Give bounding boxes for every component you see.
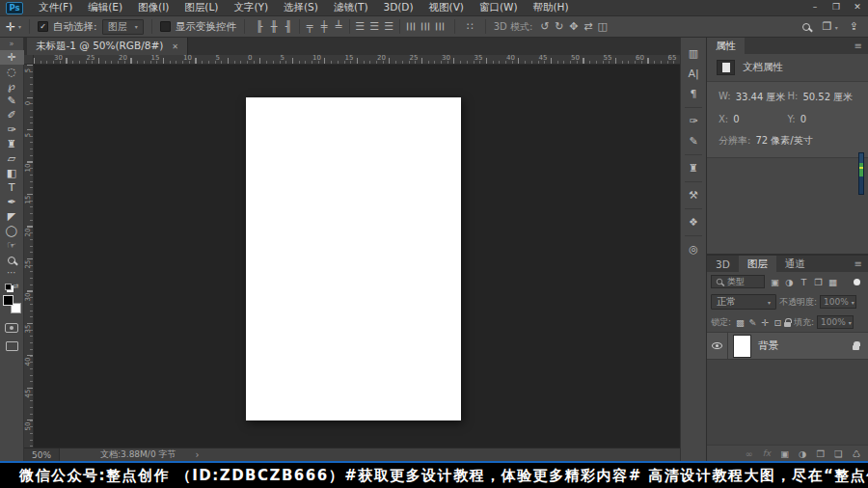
new-adjustment-layer-icon[interactable]: ◑ bbox=[799, 448, 806, 459]
menubar-item[interactable]: 选择(S) bbox=[276, 1, 326, 14]
layer-visibility-toggle[interactable] bbox=[707, 333, 728, 359]
close-button[interactable]: ✕ bbox=[847, 0, 868, 14]
minimize-button[interactable]: – bbox=[804, 0, 826, 14]
tool-presets-panel-icon[interactable]: ⚒ bbox=[680, 185, 707, 205]
lock-artboard-icon[interactable]: ⊡ bbox=[772, 317, 784, 328]
filter-adjustment-layers-icon[interactable]: ◑ bbox=[782, 277, 797, 287]
restore-button[interactable]: ❐ bbox=[826, 0, 847, 14]
share-icon[interactable]: ⇪ bbox=[850, 20, 858, 33]
tab-3D[interactable]: 3D bbox=[707, 256, 739, 272]
3d-slide-icon[interactable]: ⇄ bbox=[581, 20, 595, 33]
brush-settings-panel-icon[interactable]: ✑ bbox=[680, 111, 707, 131]
fill-field[interactable]: 100% ▾ bbox=[817, 315, 854, 329]
eraser-tool[interactable]: ▱ bbox=[0, 151, 24, 166]
eyedropper-tool[interactable]: ✐ bbox=[0, 108, 24, 122]
type-tool[interactable]: T bbox=[0, 180, 24, 195]
swap-colors-icon[interactable]: ⇄ bbox=[14, 283, 19, 290]
align-bottom-edges-icon[interactable]: ╧ bbox=[332, 20, 346, 33]
zoom-tool[interactable] bbox=[0, 253, 24, 267]
distribute-horizontal-centers-icon[interactable]: ☰ bbox=[419, 19, 431, 34]
foreground-color-swatch[interactable] bbox=[3, 295, 14, 306]
layer-filter-type-dropdown[interactable]: 类型 bbox=[711, 275, 765, 288]
menubar-item[interactable]: 3D(D) bbox=[375, 1, 420, 14]
menubar-item[interactable]: 文字(Y) bbox=[226, 1, 276, 14]
document-tab[interactable]: 未标题-1 @ 50%(RGB/8#) ✕ bbox=[27, 38, 188, 55]
swatches-panel-icon[interactable]: ▥ bbox=[680, 43, 707, 64]
document-properties-button[interactable] bbox=[717, 60, 735, 75]
tab-properties[interactable]: 属性 bbox=[707, 38, 745, 54]
tab-通道[interactable]: 通道 bbox=[776, 256, 814, 272]
menubar-item[interactable]: 视图(V) bbox=[421, 1, 472, 14]
3d-pan-icon[interactable]: ✥ bbox=[566, 20, 581, 33]
lock-position-icon[interactable]: ✛ bbox=[759, 317, 772, 328]
panel-menu-icon[interactable]: ≡ bbox=[854, 38, 868, 54]
menubar-item[interactable]: 图像(I) bbox=[130, 1, 176, 14]
screen-mode-icon[interactable] bbox=[6, 341, 18, 351]
3d-rotate-icon[interactable]: ↺ bbox=[537, 20, 552, 33]
align-right-edges-icon[interactable]: ╢ bbox=[282, 20, 296, 33]
zoom-level-field[interactable]: 50% bbox=[24, 448, 60, 461]
opacity-field[interactable]: 100% ▾ bbox=[820, 295, 856, 309]
link-layers-icon[interactable]: ∞ bbox=[746, 448, 753, 459]
new-group-icon[interactable]: ❒ bbox=[816, 448, 825, 459]
path-selection-tool[interactable]: ◤ bbox=[0, 209, 24, 224]
pen-tool[interactable]: ✒ bbox=[0, 195, 24, 209]
layer-lock-badge[interactable] bbox=[853, 345, 859, 350]
current-tool-indicator[interactable]: ✛ ▾ bbox=[6, 20, 21, 34]
auto-select-checkbox[interactable]: ✓ bbox=[38, 21, 48, 32]
character-panel-icon[interactable]: A| bbox=[680, 64, 707, 84]
auto-select-dropdown[interactable]: 图层 ▾ bbox=[102, 19, 144, 35]
layer-thumbnail[interactable] bbox=[734, 336, 750, 357]
clone-stamp-tool[interactable]: ♜ bbox=[0, 137, 24, 151]
filter-type-layers-icon[interactable]: T bbox=[797, 277, 811, 287]
workspace-switcher[interactable]: ❐ ▾ bbox=[822, 20, 837, 33]
status-expand-arrow[interactable]: › bbox=[195, 449, 199, 460]
lasso-tool[interactable]: ℘ bbox=[0, 79, 24, 94]
move-tool[interactable]: ✛ bbox=[0, 50, 24, 65]
app-icon[interactable]: Ps bbox=[6, 2, 23, 14]
menubar-item[interactable]: 滤镜(T) bbox=[326, 1, 376, 14]
new-layer-icon[interactable]: ❏ bbox=[834, 448, 843, 459]
clone-source-panel-icon[interactable]: ♜ bbox=[680, 158, 707, 178]
quick-selection-tool[interactable]: ✎ bbox=[0, 94, 24, 108]
panel-menu-icon[interactable]: ≡ bbox=[854, 256, 868, 272]
brush-tool[interactable]: ✑ bbox=[0, 122, 24, 137]
default-colors-icon[interactable] bbox=[5, 284, 12, 290]
align-top-edges-icon[interactable]: ╤ bbox=[303, 20, 317, 33]
edit-toolbar-icon[interactable]: ⋯ bbox=[0, 267, 24, 280]
layer-row-background[interactable]: 背景 bbox=[707, 333, 868, 360]
3d-scale-icon[interactable]: ◫ bbox=[595, 20, 610, 33]
document-canvas[interactable] bbox=[246, 97, 461, 420]
show-transform-checkbox[interactable] bbox=[160, 21, 171, 32]
menubar-item[interactable]: 图层(L) bbox=[176, 1, 226, 14]
shape-tool[interactable]: ◯ bbox=[0, 224, 24, 238]
hand-tool[interactable]: ☞ bbox=[0, 238, 24, 253]
menubar-item[interactable]: 窗口(W) bbox=[472, 1, 526, 14]
delete-layer-icon[interactable]: ♺ bbox=[852, 448, 860, 459]
lock-image-icon[interactable]: ✎ bbox=[746, 317, 759, 328]
lock-all-icon[interactable] bbox=[784, 322, 791, 327]
layer-effects-icon[interactable]: fx bbox=[763, 448, 772, 458]
distribute-spacing-grid-icon[interactable]: ∷ bbox=[463, 20, 477, 33]
filter-pixel-layers-icon[interactable]: ▣ bbox=[768, 277, 782, 287]
filter-toggle-icon[interactable] bbox=[854, 279, 860, 285]
brushes-panel-icon[interactable]: ✎ bbox=[680, 131, 707, 151]
align-left-edges-icon[interactable]: ╟ bbox=[253, 20, 267, 33]
tools-collapse-icon[interactable]: » bbox=[10, 38, 14, 50]
distribute-left-edges-icon[interactable]: ☰ bbox=[404, 19, 417, 34]
menubar-item[interactable]: 编辑(E) bbox=[80, 1, 130, 14]
close-tab-icon[interactable]: ✕ bbox=[172, 42, 178, 51]
lock-transparency-icon[interactable]: ▩ bbox=[734, 317, 746, 328]
distribute-vertical-centers-icon[interactable]: ☰ bbox=[367, 20, 382, 33]
menubar-item[interactable]: 帮助(H) bbox=[526, 1, 577, 14]
align-horizontal-centers-icon[interactable]: ╫ bbox=[267, 20, 282, 33]
filter-smart-objects-icon[interactable]: ▦ bbox=[826, 277, 840, 287]
sync-status-icon[interactable]: ◎ bbox=[680, 239, 707, 259]
filter-shape-layers-icon[interactable]: ❒ bbox=[811, 277, 826, 287]
blend-mode-dropdown[interactable]: 正常 ▾ bbox=[711, 294, 776, 310]
3d-roll-icon[interactable]: ↻ bbox=[552, 20, 566, 33]
tab-图层[interactable]: 图层 bbox=[739, 256, 776, 272]
distribute-top-edges-icon[interactable]: ☰ bbox=[353, 20, 367, 33]
quick-mask-icon[interactable] bbox=[5, 323, 18, 333]
search-icon[interactable] bbox=[802, 23, 810, 31]
